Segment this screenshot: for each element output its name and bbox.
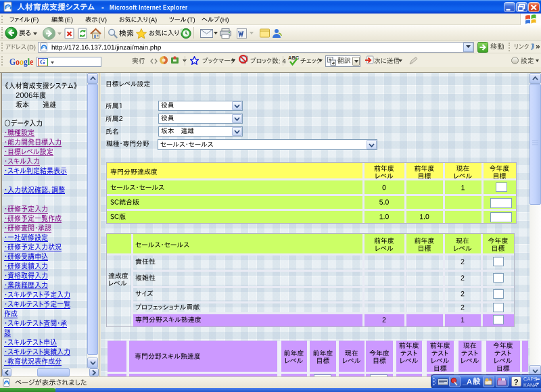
svg-text:ABC: ABC [288,55,300,61]
